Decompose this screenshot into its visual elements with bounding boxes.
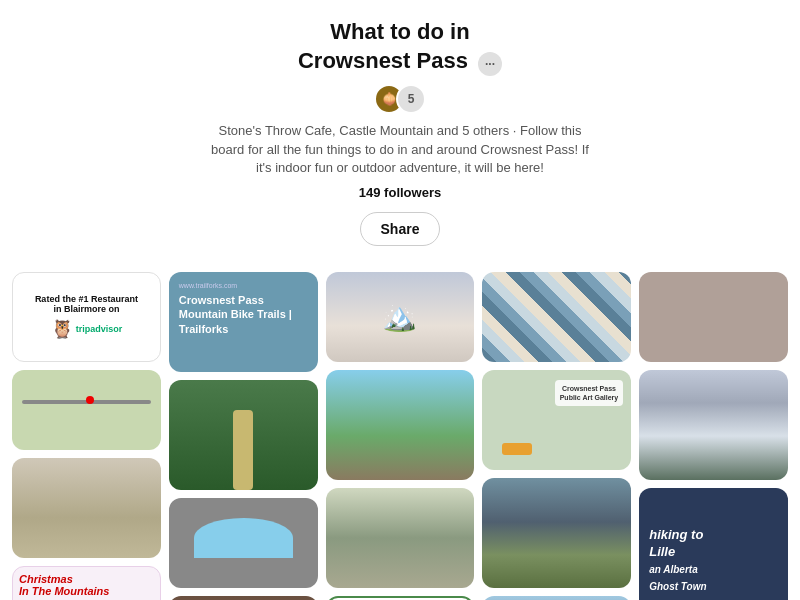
arch-sky	[194, 518, 293, 558]
pin-quilt-fabric[interactable]	[482, 272, 631, 362]
bench-visual	[502, 443, 532, 455]
pin-xmas-event[interactable]: Christmas in the Mountains ⛺ Saturday, D…	[326, 596, 475, 600]
pin-title: Crowsnest Pass Mountain Bike Trails | Tr…	[179, 293, 308, 336]
pins-column-1: Rated the #1 Restaurantin Blairmore on 🦉…	[12, 272, 161, 600]
pin-stone-arch[interactable]	[169, 498, 318, 588]
followers-count: 149 followers	[20, 185, 780, 200]
pin-text: Rated the #1 Restaurantin Blairmore on	[35, 294, 138, 314]
pin-hiking-lille[interactable]: hiking toLillean AlbertaGhost Town QUITT…	[639, 488, 788, 600]
pin-mountain-panorama[interactable]	[482, 478, 631, 588]
avatar-count: 5	[396, 84, 426, 114]
pin-public-art-gallery[interactable]: Crowsnest PassPublic Art Gallery	[482, 370, 631, 470]
pins-column-2: www.trailforks.com Crowsnest Pass Mounta…	[169, 272, 318, 600]
pins-column-3: 🏔️ Christmas in the Mountains ⛺ Saturday…	[326, 272, 475, 600]
pins-grid: Rated the #1 Restaurantin Blairmore on 🦉…	[0, 268, 800, 600]
pin-tripadvisor[interactable]: Rated the #1 Restaurantin Blairmore on 🦉…	[12, 272, 161, 362]
pin-title: hiking toLillean AlbertaGhost Town	[649, 527, 778, 595]
board-title: What to do in Crowsnest Pass ···	[20, 18, 780, 76]
share-button[interactable]: Share	[360, 212, 441, 246]
pin-map[interactable]	[12, 370, 161, 450]
board-meta: 🧅 5	[20, 84, 780, 114]
snowmobile-icon: 🏔️	[382, 300, 417, 333]
pin-building[interactable]	[639, 272, 788, 362]
pin-forest-path[interactable]	[169, 380, 318, 490]
pin-ruin[interactable]	[12, 458, 161, 558]
avatar-group: 🧅 5	[374, 84, 426, 114]
page-container: What to do in Crowsnest Pass ··· 🧅 5 Sto…	[0, 0, 800, 600]
pin-mountain-snow[interactable]	[639, 370, 788, 480]
pin-snowmobile[interactable]: 🏔️	[326, 272, 475, 362]
path-visual	[233, 410, 253, 490]
board-header: What to do in Crowsnest Pass ··· 🧅 5 Sto…	[0, 0, 800, 268]
pin-mtb[interactable]: www.trailforks.com Crowsnest Pass Mounta…	[169, 272, 318, 372]
board-description: Stone's Throw Cafe, Castle Mountain and …	[210, 122, 590, 177]
pin-title: ChristmasIn The Mountains	[19, 573, 154, 597]
pins-column-4: Crowsnest PassPublic Art Gallery 👕	[482, 272, 631, 600]
pin-site: www.trailforks.com	[179, 282, 308, 289]
pin-valley[interactable]	[326, 370, 475, 480]
owl-icon: 🦉	[51, 318, 73, 340]
pin-christmas-flyer[interactable]: ChristmasIn The Mountains Friday, Decemb…	[12, 566, 161, 600]
pin-blue-tree[interactable]	[482, 596, 631, 600]
pins-column-5: hiking toLillean AlbertaGhost Town QUITT…	[639, 272, 788, 600]
pin-hikers[interactable]	[326, 488, 475, 588]
more-options-button[interactable]: ···	[478, 52, 502, 76]
gallery-sign-text: Crowsnest PassPublic Art Gallery	[555, 380, 623, 406]
pin-lodge-interior[interactable]	[169, 596, 318, 600]
tripadvisor-logo: 🦉 tripadvisor	[51, 318, 123, 340]
